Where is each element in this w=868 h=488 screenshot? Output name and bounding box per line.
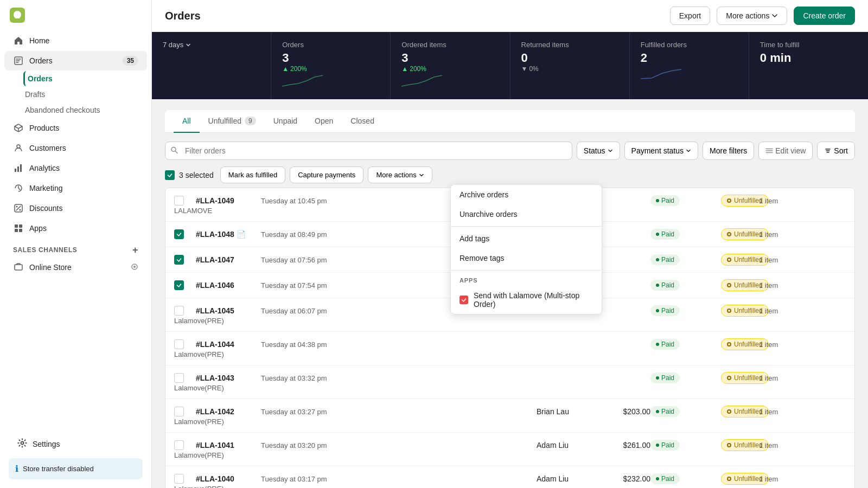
- payment-status: Paid: [650, 229, 721, 240]
- sort-button[interactable]: Sort: [817, 142, 855, 160]
- customers-label: Customers: [29, 144, 66, 152]
- row-checkbox[interactable]: [174, 280, 184, 290]
- order-items: 1 item: [759, 475, 846, 483]
- stat-period[interactable]: 7 days: [152, 32, 271, 99]
- search-input[interactable]: [165, 142, 572, 160]
- table-row[interactable]: #LLA-1042 Tuesday at 03:27 pm Brian Lau …: [165, 399, 854, 433]
- sidebar-item-orders[interactable]: Orders 35: [4, 51, 147, 70]
- stat-orders: Orders 3 ▲200%: [271, 32, 391, 99]
- order-items: 1 item: [759, 307, 846, 315]
- svg-point-16: [21, 442, 24, 445]
- bulk-actions-bar: 3 selected Mark as fulfilled Capture pay…: [165, 166, 855, 183]
- dropdown-archive[interactable]: Archive orders: [451, 185, 602, 204]
- sidebar-item-online-store[interactable]: Online Store: [4, 258, 147, 277]
- sidebar-item-settings[interactable]: Settings: [9, 434, 143, 454]
- payment-status: Paid: [650, 406, 721, 417]
- fulfillment-status: Unfulfilled: [721, 195, 759, 207]
- row-checkbox[interactable]: [174, 407, 184, 416]
- payment-status: Paid: [650, 373, 721, 383]
- export-button[interactable]: Export: [670, 7, 710, 25]
- sidebar-item-products[interactable]: Products: [4, 118, 147, 138]
- row-checkbox[interactable]: [174, 255, 184, 265]
- order-id: #LLA-1044: [196, 340, 261, 349]
- payment-status-filter-button[interactable]: Payment status: [624, 142, 699, 160]
- sidebar-item-home[interactable]: Home: [4, 31, 147, 50]
- order-customer: Brian Lau: [537, 407, 602, 416]
- sidebar-logo: [0, 0, 151, 30]
- info-icon: ℹ: [15, 464, 18, 474]
- tab-all[interactable]: All: [174, 110, 200, 133]
- more-filters-button[interactable]: More filters: [703, 142, 754, 160]
- dropdown-unarchive[interactable]: Unarchive orders: [451, 204, 602, 224]
- row-checkbox[interactable]: [174, 440, 184, 450]
- mark-fulfilled-button[interactable]: Mark as fulfilled: [220, 166, 285, 183]
- dropdown-checkbox-icon: [459, 296, 468, 304]
- sidebar-subitem-drafts[interactable]: Drafts: [25, 87, 147, 102]
- svg-rect-10: [19, 224, 22, 228]
- more-actions-button[interactable]: More actions: [717, 7, 787, 25]
- tab-open[interactable]: Open: [306, 110, 342, 133]
- select-all-checkbox[interactable]: [165, 170, 175, 180]
- row-checkbox[interactable]: [174, 474, 184, 484]
- sidebar-item-marketing[interactable]: Marketing: [4, 178, 147, 198]
- row-checkbox[interactable]: [174, 339, 184, 349]
- sidebar-item-analytics[interactable]: Analytics: [4, 158, 147, 178]
- page-title: Orders: [165, 10, 201, 22]
- order-channel: Lalamove(PRE): [174, 350, 196, 358]
- note-icon: 📄: [237, 230, 246, 239]
- sidebar-subitem-orders[interactable]: Orders: [23, 71, 147, 86]
- fulfillment-status: Unfulfilled: [721, 473, 759, 485]
- status-filter-button[interactable]: Status: [577, 142, 620, 160]
- payment-status: Paid: [650, 305, 721, 316]
- settings-icon: [17, 438, 27, 450]
- order-date: Tuesday at 04:38 pm: [261, 341, 537, 349]
- order-id: #LLA-1047: [196, 255, 261, 264]
- svg-rect-4: [17, 166, 19, 172]
- sidebar-subitem-abandoned[interactable]: Abandoned checkouts: [25, 102, 147, 118]
- stat-ordered-items: Ordered items 3 ▲200%: [391, 32, 510, 99]
- orders-badge: 35: [123, 56, 138, 66]
- create-order-button[interactable]: Create order: [794, 7, 855, 25]
- tab-unfulfilled[interactable]: Unfulfilled 9: [200, 110, 265, 133]
- dropdown-add-tags[interactable]: Add tags: [451, 229, 602, 248]
- svg-rect-11: [15, 229, 18, 232]
- sidebar-item-apps[interactable]: Apps: [4, 219, 147, 238]
- order-items: 1 item: [759, 256, 846, 264]
- dropdown-divider-2: [451, 270, 602, 271]
- svg-point-17: [171, 147, 176, 152]
- order-total: $203.00: [602, 407, 650, 416]
- fulfillment-status: Unfulfilled: [721, 305, 759, 317]
- capture-payments-button[interactable]: Capture payments: [290, 166, 363, 183]
- row-checkbox[interactable]: [174, 306, 184, 316]
- edit-view-button[interactable]: Edit view: [758, 142, 813, 160]
- table-row[interactable]: #LLA-1040 Tuesday at 03:17 pm Adam Liu $…: [165, 466, 854, 488]
- bulk-more-actions-button[interactable]: More actions: [368, 166, 432, 183]
- sidebar-item-discounts[interactable]: Discounts: [4, 198, 147, 218]
- search-icon: [170, 146, 178, 156]
- fulfillment-status: Unfulfilled: [721, 338, 759, 350]
- order-channel: Lalamove(PRE): [174, 317, 196, 325]
- row-checkbox[interactable]: [174, 229, 184, 239]
- order-id: #LLA-1049: [196, 196, 261, 205]
- sales-channels-section: SALES CHANNELS +: [0, 239, 151, 257]
- row-checkbox[interactable]: [174, 196, 184, 206]
- order-id: #LLA-1042: [196, 407, 261, 416]
- table-row[interactable]: #LLA-1041 Tuesday at 03:20 pm Adam Liu $…: [165, 433, 854, 466]
- dropdown-remove-tags[interactable]: Remove tags: [451, 248, 602, 268]
- tab-closed[interactable]: Closed: [342, 110, 383, 133]
- online-store-label: Online Store: [29, 263, 72, 272]
- dropdown-send-lalamove[interactable]: Send with Lalamove (Multi-stop Order): [451, 286, 602, 314]
- table-row[interactable]: #LLA-1043 Tuesday at 03:32 pm Paid Unful…: [165, 365, 854, 399]
- discounts-icon: [13, 203, 24, 214]
- order-items: 1 item: [759, 341, 846, 349]
- tab-unpaid[interactable]: Unpaid: [265, 110, 306, 133]
- apps-label: Apps: [29, 224, 47, 233]
- order-id: #LLA-1046: [196, 281, 261, 290]
- order-items: 1 item: [759, 374, 846, 382]
- online-store-settings-icon[interactable]: [131, 263, 138, 272]
- add-channel-icon[interactable]: +: [132, 245, 138, 255]
- sidebar-item-customers[interactable]: Customers: [4, 138, 147, 158]
- table-row[interactable]: #LLA-1044 Tuesday at 04:38 pm Paid Unful…: [165, 332, 854, 365]
- row-checkbox[interactable]: [174, 373, 184, 383]
- apps-icon: [13, 223, 24, 234]
